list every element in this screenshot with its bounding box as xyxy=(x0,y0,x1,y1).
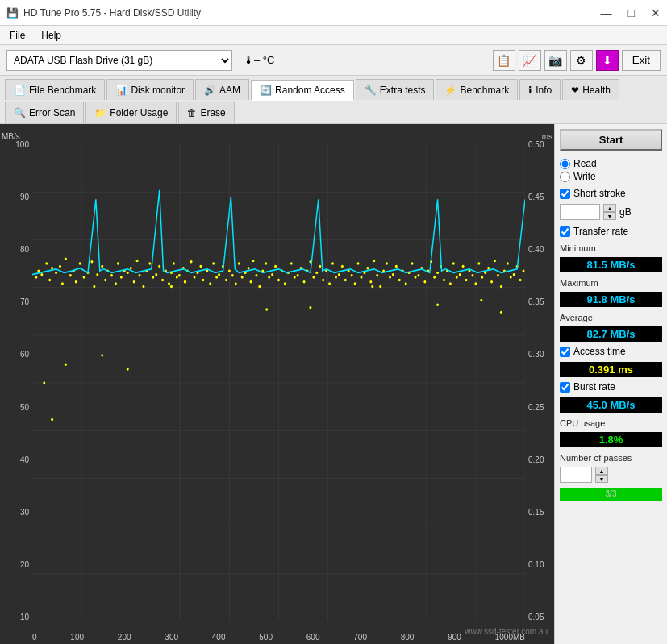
cpu-usage-value: 1.8% xyxy=(560,432,662,447)
passes-input[interactable]: 3 xyxy=(560,467,592,483)
svg-point-89 xyxy=(252,260,254,262)
close-button[interactable]: ✕ xyxy=(651,6,661,19)
settings-icon[interactable]: ⚙ xyxy=(570,50,593,71)
y-label-r-030: 0.30 xyxy=(528,350,544,359)
svg-point-120 xyxy=(351,274,353,276)
tab-random-access[interactable]: 🔄 Random Access xyxy=(251,80,354,101)
tab-health[interactable]: ❤ Health xyxy=(562,79,619,100)
menu-file[interactable]: File xyxy=(6,28,28,43)
start-button[interactable]: Start xyxy=(560,129,662,151)
short-stroke-checkbox[interactable] xyxy=(560,189,570,199)
chart-icon[interactable]: 📈 xyxy=(519,50,541,71)
write-radio[interactable] xyxy=(560,172,570,182)
svg-point-170 xyxy=(510,276,512,278)
x-label-600: 600 xyxy=(306,633,320,642)
transfer-rate-checkbox[interactable] xyxy=(560,226,570,237)
exit-button[interactable]: Exit xyxy=(622,50,661,71)
y-label-r-005: 0.05 xyxy=(528,613,544,621)
short-stroke-input[interactable]: 1 xyxy=(560,204,600,220)
minimize-button[interactable]: — xyxy=(601,6,612,19)
svg-point-72 xyxy=(199,265,202,268)
x-label-100: 100 xyxy=(70,633,84,642)
copy-icon[interactable]: 📋 xyxy=(493,50,515,71)
tab-info[interactable]: ℹ Info xyxy=(519,79,561,100)
passes-spin-btns: ▲ ▼ xyxy=(595,467,608,483)
svg-point-128 xyxy=(376,274,378,276)
svg-point-158 xyxy=(471,274,473,276)
svg-point-78 xyxy=(218,273,220,276)
svg-point-185 xyxy=(480,299,482,301)
tab-random-access-label: Random Access xyxy=(275,85,345,96)
svg-point-95 xyxy=(271,273,273,276)
tab-benchmark[interactable]: ⚡ Benchmark xyxy=(436,79,518,100)
tab-erase[interactable]: 🗑 Erase xyxy=(178,102,234,123)
tab-file-benchmark[interactable]: 📄 File Benchmark xyxy=(5,79,105,100)
svg-point-101 xyxy=(290,262,293,264)
svg-point-64 xyxy=(176,276,178,278)
svg-point-51 xyxy=(136,260,139,262)
svg-point-109 xyxy=(315,272,318,274)
progress-text: 3/3 xyxy=(560,488,662,501)
tab-extra-tests[interactable]: 🔧 Extra tests xyxy=(356,79,435,100)
svg-point-114 xyxy=(331,262,334,264)
disk-monitor-icon: 📊 xyxy=(115,85,127,96)
y-label-r-025: 0.25 xyxy=(528,403,544,412)
maximize-button[interactable]: □ xyxy=(628,6,635,19)
svg-point-175 xyxy=(43,381,45,384)
short-stroke-down[interactable]: ▼ xyxy=(603,212,616,220)
tab-folder-usage[interactable]: 📁 Folder Usage xyxy=(85,102,177,123)
tab-disk-monitor[interactable]: 📊 Disk monitor xyxy=(106,79,194,100)
svg-point-126 xyxy=(369,280,372,283)
svg-point-152 xyxy=(452,262,455,264)
svg-point-46 xyxy=(120,276,123,278)
access-time-checkbox[interactable] xyxy=(560,347,570,357)
svg-point-118 xyxy=(344,279,347,281)
svg-point-115 xyxy=(335,276,337,278)
svg-point-93 xyxy=(265,262,267,264)
y-label-30: 30 xyxy=(20,508,29,517)
read-radio[interactable] xyxy=(560,159,570,169)
svg-point-165 xyxy=(494,260,496,262)
passes-up[interactable]: ▲ xyxy=(595,467,608,475)
read-radio-row: Read xyxy=(560,158,662,169)
y-label-80: 80 xyxy=(20,245,29,254)
tab-bar: 📄 File Benchmark 📊 Disk monitor 🔊 AAM 🔄 … xyxy=(0,76,667,124)
svg-point-153 xyxy=(456,276,458,278)
svg-point-39 xyxy=(96,273,98,276)
svg-point-123 xyxy=(361,276,363,278)
camera-icon[interactable]: 📷 xyxy=(544,50,567,71)
svg-point-108 xyxy=(312,276,315,278)
random-access-icon: 🔄 xyxy=(260,85,272,96)
svg-point-131 xyxy=(386,262,388,264)
transfer-rate-label: Transfer rate xyxy=(573,226,628,237)
read-label: Read xyxy=(573,158,597,169)
svg-point-97 xyxy=(277,279,280,281)
tab-aam[interactable]: 🔊 AAM xyxy=(195,79,249,100)
svg-point-81 xyxy=(228,269,231,272)
menu-help[interactable]: Help xyxy=(38,28,65,43)
x-label-0: 0 xyxy=(32,633,37,642)
y-axis-right: 0.50 0.45 0.40 0.35 0.30 0.25 0.20 0.15 … xyxy=(525,140,554,621)
burst-rate-label: Burst rate xyxy=(573,381,615,393)
tab-benchmark-label: Benchmark xyxy=(460,85,509,96)
svg-point-50 xyxy=(133,280,135,283)
svg-point-31 xyxy=(69,274,72,276)
passes-down[interactable]: ▼ xyxy=(595,475,608,483)
svg-point-178 xyxy=(101,354,103,356)
svg-point-91 xyxy=(258,285,261,288)
burst-rate-checkbox[interactable] xyxy=(560,382,570,393)
svg-point-169 xyxy=(507,262,509,264)
tab-error-scan[interactable]: 🔍 Error Scan xyxy=(5,102,84,123)
svg-point-24 xyxy=(45,262,48,264)
download-icon[interactable]: ⬇ xyxy=(596,50,619,71)
window-title: HD Tune Pro 5.75 - Hard Disk/SSD Utility xyxy=(23,7,201,19)
burst-rate-row: Burst rate xyxy=(560,381,662,393)
short-stroke-up[interactable]: ▲ xyxy=(603,204,616,212)
passes-spin-row: 3 ▲ ▼ xyxy=(560,467,662,483)
svg-point-43 xyxy=(110,274,113,276)
x-axis: 0 100 200 300 400 500 600 700 800 900 10… xyxy=(32,633,525,642)
drive-select[interactable]: ADATA USB Flash Drive (31 gB) xyxy=(6,50,232,71)
x-label-800: 800 xyxy=(401,633,415,642)
progress-bar-container: 3/3 xyxy=(560,488,662,501)
svg-point-80 xyxy=(225,279,227,281)
